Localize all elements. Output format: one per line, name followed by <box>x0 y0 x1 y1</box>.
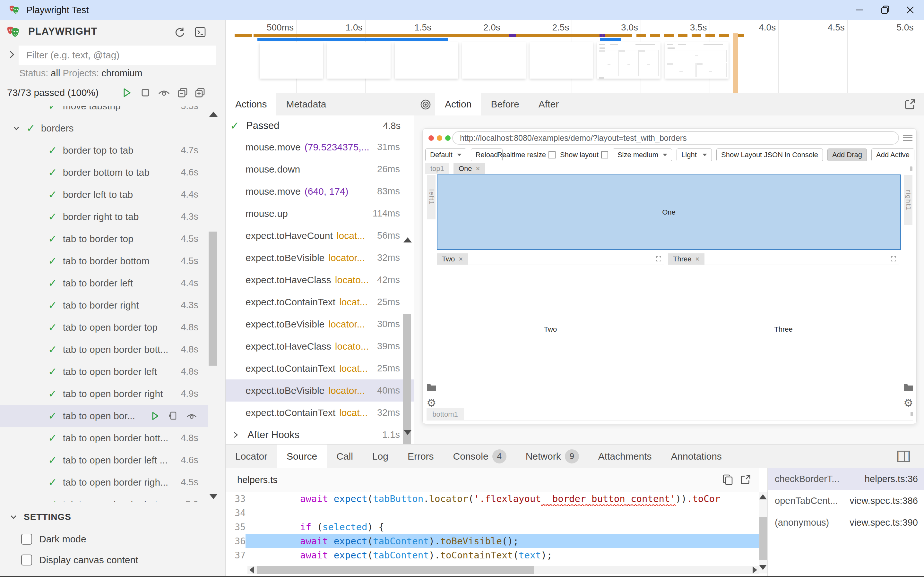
copy-source-icon[interactable] <box>722 474 734 486</box>
tab-errors[interactable]: Errors <box>398 445 444 468</box>
timeline-thumbnail[interactable] <box>395 42 458 79</box>
open-source-external-icon[interactable] <box>740 474 751 485</box>
display-canvas-content-checkbox[interactable] <box>21 554 32 566</box>
test-list-scroll-down-icon[interactable] <box>209 494 218 499</box>
test-row[interactable]: ✓border right to tab4.3s <box>0 206 208 228</box>
action-row[interactable]: expect.toContainTextlocat...25ms <box>226 357 414 379</box>
tab-after[interactable]: After <box>529 93 569 116</box>
test-row[interactable]: ✓tab to open border left ...4.6s <box>0 449 208 471</box>
scroll-up-icon[interactable] <box>759 494 767 500</box>
timeline-thumbnail[interactable] <box>665 42 729 79</box>
test-status-row[interactable]: ✓ Passed 4.8s <box>226 116 414 136</box>
border-tab-top1[interactable]: top1 <box>425 163 449 174</box>
run-all-icon[interactable] <box>120 85 134 100</box>
reload-tests-icon[interactable] <box>173 25 187 39</box>
action-row[interactable]: expect.toBeVisiblelocator...40ms <box>226 379 414 401</box>
show-layout-checkbox[interactable] <box>601 152 608 158</box>
tab-network[interactable]: Network9 <box>516 445 589 468</box>
test-row[interactable]: ✓tab to open border right4.9s <box>0 383 208 405</box>
dark-mode-checkbox[interactable] <box>21 534 32 545</box>
test-row[interactable]: ✓border bottom to tab4.6s <box>0 161 208 184</box>
show-layout-json-button[interactable]: Show Layout JSON in Console <box>716 148 823 161</box>
test-row[interactable]: ✓tab to border right4.3s <box>0 294 208 316</box>
filter-expand-chevron-icon[interactable] <box>7 49 17 60</box>
test-row[interactable]: ✓tab to open bor... <box>0 405 208 427</box>
action-row[interactable]: mouse.down26ms <box>226 158 414 180</box>
test-row[interactable]: ✓tab to open border left4.8s <box>0 361 208 383</box>
pick-locator-target-icon[interactable] <box>419 98 432 111</box>
maximize-panel-icon[interactable] <box>891 256 897 262</box>
vscrollbar-thumb[interactable] <box>759 517 767 560</box>
tab-before[interactable]: Before <box>481 93 528 116</box>
code-line[interactable]: 36await expect(tabContent).toBeVisible()… <box>226 534 759 548</box>
action-row[interactable]: expect.toHaveClasslocato...42ms <box>226 269 414 291</box>
gear-icon[interactable]: ⚙ <box>903 396 913 409</box>
split-view-icon[interactable] <box>897 450 911 463</box>
add-active-button[interactable]: Add Active <box>871 148 914 161</box>
call-stack-row[interactable]: openTabCent...view.spec.ts:386 <box>768 490 924 512</box>
tab-one[interactable]: One× <box>454 163 485 174</box>
expand-all-icon[interactable] <box>192 85 207 100</box>
after-hooks-row[interactable]: After Hooks1.1s <box>226 424 414 444</box>
call-stack-row[interactable]: (anonymous)view.spec.ts:390 <box>768 512 924 533</box>
test-row[interactable]: ✓border left to tab4.4s <box>0 184 208 206</box>
tab-attachments[interactable]: Attachments <box>589 445 661 468</box>
test-list-scrollbar-thumb[interactable] <box>208 232 217 366</box>
close-tab-icon[interactable]: × <box>476 164 480 172</box>
size-select[interactable]: Size medium <box>613 148 672 161</box>
hscrollbar-thumb[interactable] <box>257 566 534 574</box>
horizontal-scrollbar[interactable] <box>247 566 759 574</box>
chevron-right-icon[interactable] <box>231 430 240 440</box>
call-stack-row[interactable]: checkBorderT...helpers.ts:36 <box>768 468 924 490</box>
maximize-panel-icon[interactable] <box>656 256 661 262</box>
tab-two[interactable]: Two× <box>437 253 468 264</box>
timeline-thumbnail[interactable] <box>597 42 661 79</box>
code-line[interactable]: 34 <box>226 506 759 520</box>
action-row[interactable]: expect.toContainTextlocat...32ms <box>226 401 414 424</box>
panel-one[interactable]: One <box>437 174 901 250</box>
folder-icon[interactable] <box>903 383 914 392</box>
action-scrollbar-thumb[interactable] <box>403 314 411 444</box>
watch-all-eye-icon[interactable] <box>157 85 171 100</box>
watch-test-eye-icon[interactable] <box>186 411 197 421</box>
theme-select[interactable]: Light <box>677 148 712 161</box>
run-test-icon[interactable] <box>150 411 160 421</box>
action-scroll-up-icon[interactable] <box>404 237 412 242</box>
code-line[interactable]: 37await expect(tabContent).toContainText… <box>226 548 759 562</box>
action-row[interactable]: expect.toHaveCountlocat...56ms <box>226 224 414 247</box>
panel-three[interactable]: Three× Three <box>668 253 899 384</box>
border-tab-bottom1[interactable]: bottom1 <box>426 408 464 420</box>
timeline-thumbnail[interactable] <box>462 42 526 79</box>
close-tab-icon[interactable]: × <box>695 255 699 263</box>
tab-actions[interactable]: Actions <box>226 93 276 116</box>
test-row[interactable]: ✓border top to tab4.7s <box>0 139 208 161</box>
action-row[interactable]: mouse.move(79.5234375,...31ms <box>226 136 414 158</box>
scroll-right-icon[interactable] <box>753 566 757 574</box>
close-button[interactable] <box>899 0 921 20</box>
close-tab-icon[interactable]: × <box>459 255 463 263</box>
action-row[interactable]: expect.toBeVisiblelocator...30ms <box>226 313 414 335</box>
border-tab-left1[interactable]: left1 <box>427 175 436 219</box>
realtime-resize-checkbox[interactable] <box>549 152 556 158</box>
panel-two[interactable]: Two× Two <box>437 253 664 384</box>
tab-source[interactable]: Source <box>277 445 327 468</box>
browser-url-bar[interactable]: http://localhost:8080/examples/demo/?lay… <box>452 131 899 145</box>
code-line[interactable]: 38 <box>226 562 759 566</box>
minimize-button[interactable] <box>848 0 871 20</box>
test-row[interactable]: ✓tab to open border bott...4.8s <box>0 427 208 449</box>
source-code[interactable]: 33await expect(tabButton.locator('.flexl… <box>226 492 759 566</box>
tab-console[interactable]: Console4 <box>444 445 516 468</box>
timeline-playhead[interactable] <box>733 33 738 93</box>
border-tab-right1[interactable]: right1 <box>904 175 913 225</box>
terminal-icon[interactable] <box>193 25 207 39</box>
tab-three[interactable]: Three× <box>668 253 704 264</box>
test-row[interactable]: ✓tab to open border bott...4.8s <box>0 338 208 361</box>
scroll-left-icon[interactable] <box>249 566 254 574</box>
action-row[interactable]: expect.toContainTextlocat...25ms <box>226 291 414 313</box>
open-snapshot-external-icon[interactable] <box>904 98 916 110</box>
tab-log[interactable]: Log <box>363 445 398 468</box>
vertical-scrollbar[interactable] <box>759 492 767 574</box>
timeline[interactable]: 500ms1.0s1.5s2.0s2.5s3.0s3.5s4.0s4.5s5.0… <box>226 20 924 93</box>
code-line[interactable]: 33await expect(tabButton.locator('.flexl… <box>226 492 759 506</box>
folder-icon[interactable] <box>426 383 437 392</box>
